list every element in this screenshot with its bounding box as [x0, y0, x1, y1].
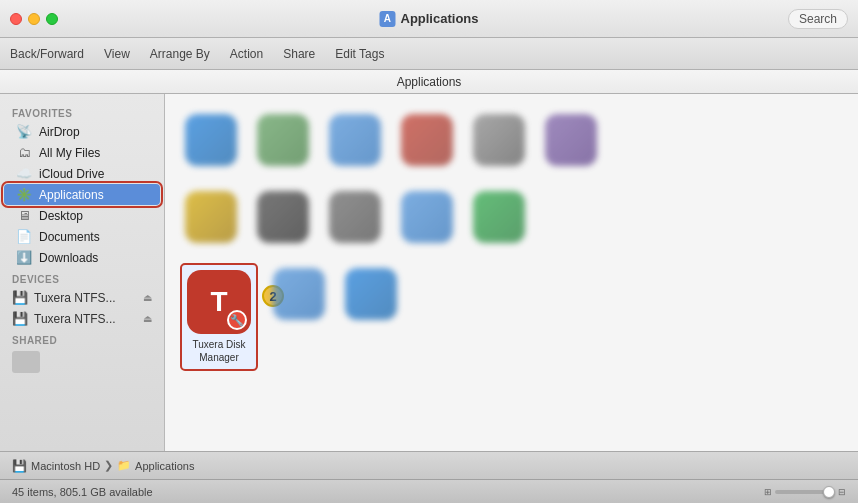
tuxera-label: Tuxera DiskManager — [193, 338, 246, 364]
app-icon-6 — [545, 114, 597, 166]
slider-large-icon: ⊟ — [838, 487, 846, 497]
slider-small-icon: ⊞ — [764, 487, 772, 497]
sidebar-item-tuxera2[interactable]: 💾 Tuxera NTFS... ⏏ — [0, 308, 164, 329]
traffic-lights — [10, 13, 58, 25]
path-separator-1: ❯ — [104, 459, 113, 472]
sidebar-item-applications[interactable]: ✳️ Applications 1 — [4, 184, 160, 205]
app-icon-1 — [185, 114, 237, 166]
eject-button-1[interactable]: ⏏ — [143, 292, 152, 303]
applications-folder-icon: 📁 — [117, 459, 131, 472]
eject-button-2[interactable]: ⏏ — [143, 313, 152, 324]
app-icon-10 — [401, 191, 453, 243]
app-item-6[interactable] — [540, 109, 602, 171]
sidebar-item-airdrop[interactable]: 📡 AirDrop — [4, 121, 160, 142]
desktop-label: Desktop — [39, 209, 83, 223]
action-button[interactable]: Action — [230, 47, 263, 61]
app-icon-13 — [345, 268, 397, 320]
app-item-9[interactable] — [324, 186, 386, 248]
app-item-10[interactable] — [396, 186, 458, 248]
devices-header: Devices — [0, 268, 164, 287]
window-title: A Applications — [379, 11, 478, 27]
items-count-label: 45 items, 805.1 GB available — [12, 486, 153, 498]
maximize-button[interactable] — [46, 13, 58, 25]
app-item-13[interactable] — [340, 263, 402, 325]
applications-label: Applications — [39, 188, 104, 202]
icon-size-slider[interactable]: ⊞ ⊟ — [764, 487, 846, 497]
tuxera-letter: T — [210, 286, 227, 318]
app-icon-9 — [329, 191, 381, 243]
applications-path-label: Applications — [135, 460, 194, 472]
all-my-files-label: All My Files — [39, 146, 100, 160]
minimize-button[interactable] — [28, 13, 40, 25]
share-button[interactable]: Share — [283, 47, 315, 61]
apps-row-1 — [165, 94, 858, 171]
icloud-label: iCloud Drive — [39, 167, 104, 181]
back-forward-button[interactable]: Back/Forward — [10, 47, 84, 61]
shared-thumbnail — [12, 351, 40, 373]
app-item-8[interactable] — [252, 186, 314, 248]
app-item-5[interactable] — [468, 109, 530, 171]
downloads-label: Downloads — [39, 251, 98, 265]
drive-icon-1: 💾 — [12, 290, 28, 305]
sidebar: Favorites 📡 AirDrop 🗂 All My Files ☁️ iC… — [0, 94, 165, 451]
app-icon-3 — [329, 114, 381, 166]
app-item-4[interactable] — [396, 109, 458, 171]
close-button[interactable] — [10, 13, 22, 25]
desktop-icon: 🖥 — [16, 208, 32, 223]
app-item-2[interactable] — [252, 109, 314, 171]
app-folder-icon: A — [379, 11, 395, 27]
location-label: Applications — [397, 75, 462, 89]
breadcrumb-path: 💾 Macintosh HD ❯ 📁 Applications — [12, 459, 846, 473]
shared-item[interactable] — [0, 348, 164, 376]
app-icon-8 — [257, 191, 309, 243]
hd-icon: 💾 — [12, 459, 27, 473]
app-item-3[interactable] — [324, 109, 386, 171]
shared-header: Shared — [0, 329, 164, 348]
edit-tags-button[interactable]: Edit Tags — [335, 47, 384, 61]
slider-track[interactable] — [775, 490, 835, 494]
sidebar-item-all-my-files[interactable]: 🗂 All My Files — [4, 142, 160, 163]
app-item-12[interactable] — [268, 263, 330, 325]
sidebar-item-tuxera1[interactable]: 💾 Tuxera NTFS... ⏏ — [0, 287, 164, 308]
tuxera-icon: T 🔧 — [187, 270, 251, 334]
app-item-7[interactable] — [180, 186, 242, 248]
app-icon-11 — [473, 191, 525, 243]
sidebar-item-desktop[interactable]: 🖥 Desktop — [4, 205, 160, 226]
sidebar-item-icloud-drive[interactable]: ☁️ iCloud Drive — [4, 163, 160, 184]
favorites-header: Favorites — [0, 102, 164, 121]
view-button[interactable]: View — [104, 47, 130, 61]
app-icon-12 — [273, 268, 325, 320]
app-item-11[interactable] — [468, 186, 530, 248]
arrange-by-button[interactable]: Arrange By — [150, 47, 210, 61]
app-icon-5 — [473, 114, 525, 166]
tuxera1-label: Tuxera NTFS... — [34, 291, 116, 305]
location-bar: Applications — [0, 70, 858, 94]
app-item-1[interactable] — [180, 109, 242, 171]
main-container: Favorites 📡 AirDrop 🗂 All My Files ☁️ iC… — [0, 94, 858, 451]
app-icon-7 — [185, 191, 237, 243]
documents-icon: 📄 — [16, 229, 32, 244]
tuxera-disk-manager-item[interactable]: T 🔧 Tuxera DiskManager 2 — [180, 263, 258, 371]
app-icon-2 — [257, 114, 309, 166]
apps-row-3: T 🔧 Tuxera DiskManager 2 — [165, 248, 858, 371]
airdrop-icon: 📡 — [16, 124, 32, 139]
sidebar-item-downloads[interactable]: ⬇️ Downloads — [4, 247, 160, 268]
hd-label: Macintosh HD — [31, 460, 100, 472]
search-button[interactable]: Search — [788, 9, 848, 29]
content-area: T 🔧 Tuxera DiskManager 2 — [165, 94, 858, 451]
documents-label: Documents — [39, 230, 100, 244]
all-my-files-icon: 🗂 — [16, 145, 32, 160]
titlebar: A Applications Search — [0, 0, 858, 38]
apps-row-2 — [165, 171, 858, 248]
downloads-icon: ⬇️ — [16, 250, 32, 265]
drive-icon-2: 💾 — [12, 311, 28, 326]
bottombar: 45 items, 805.1 GB available ⊞ ⊟ — [0, 479, 858, 503]
toolbar: Back/Forward View Arrange By Action Shar… — [0, 38, 858, 70]
tuxera2-label: Tuxera NTFS... — [34, 312, 116, 326]
sidebar-item-documents[interactable]: 📄 Documents — [4, 226, 160, 247]
statusbar: 💾 Macintosh HD ❯ 📁 Applications — [0, 451, 858, 479]
tuxera-wrench-badge: 🔧 — [227, 310, 247, 330]
airdrop-label: AirDrop — [39, 125, 80, 139]
applications-icon: ✳️ — [16, 187, 32, 202]
slider-thumb[interactable] — [823, 486, 835, 498]
